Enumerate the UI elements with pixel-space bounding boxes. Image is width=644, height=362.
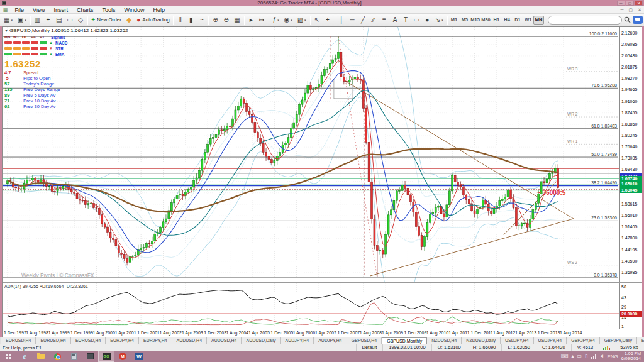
chart-tab-audusd-daily[interactable]: AUDUSD,Daily <box>242 337 280 344</box>
show-hidden-icons[interactable]: ▴ <box>572 351 574 362</box>
rectangle-button[interactable]: ▭ <box>412 15 421 25</box>
menu-item-window[interactable]: Window <box>119 6 148 14</box>
auto-scroll-button[interactable]: ▸ <box>247 15 256 25</box>
clock[interactable]: 1:06 PM 6/09/2014 <box>621 351 641 361</box>
chart-tab-gbpjpy-daily[interactable]: GBPJPY,Daily <box>600 337 637 344</box>
taskbar-chrome[interactable] <box>49 351 65 362</box>
menu-item-charts[interactable]: Charts <box>72 6 98 14</box>
search-icon[interactable] <box>624 14 631 26</box>
taskbar-go-trader[interactable]: GO <box>98 351 114 362</box>
taskbar-metatrader[interactable]: M <box>114 351 131 362</box>
chart-surface[interactable]: ▼GBPUSD,Monthly 1.65910 1.66412 1.62823 … <box>3 27 619 282</box>
language-indicator[interactable]: ENG <box>608 354 618 359</box>
ohlc-info-line[interactable]: ▼GBPUSD,Monthly 1.65910 1.66412 1.62823 … <box>4 28 128 33</box>
chart-tab-eurusd-h4[interactable]: EURUSD,H4 <box>71 337 106 344</box>
timeframe-m1[interactable]: M1 <box>449 16 460 25</box>
indicators-button[interactable]: ƒ▾ <box>271 15 281 25</box>
data-window-button[interactable]: + <box>43 15 53 25</box>
fibonacci-retracement-button[interactable]: ≡ <box>380 15 389 25</box>
strategy-tester-button[interactable]: ◇ <box>76 15 86 25</box>
bar-chart-button[interactable]: ‖ <box>175 15 185 25</box>
menu-item-insert[interactable]: Insert <box>49 6 72 14</box>
child-restore-button[interactable]: ▢ <box>626 8 636 13</box>
child-minimize-button[interactable]: ─ <box>618 8 626 12</box>
zoom-in-button[interactable]: ⊕ <box>211 15 220 25</box>
network-icon[interactable] <box>591 354 596 359</box>
timeframe-m5[interactable]: M5 <box>459 16 470 25</box>
search-input[interactable] <box>548 16 622 25</box>
taskbar-terminal[interactable] <box>82 351 98 362</box>
autotrading-button[interactable]: ●AutoTrading <box>135 15 172 25</box>
taskbar-file-explorer[interactable] <box>33 351 49 362</box>
crosshair-button[interactable]: + <box>323 15 333 25</box>
ellipse-button[interactable]: ● <box>423 15 432 25</box>
chart-tab-gbpusd-h4[interactable]: GBPUSD,H4 <box>347 337 382 344</box>
metaeditor-button[interactable]: ◆ <box>125 15 134 25</box>
new-chart-button[interactable]: ▦▾ <box>2 15 14 25</box>
market-watch-button[interactable]: ▥ <box>33 15 42 25</box>
chart-tab-eurusd-h4[interactable]: EURUSD,H4 <box>1 337 36 344</box>
price-axis[interactable]: 2.126902.090852.054802.018751.982701.946… <box>619 27 642 282</box>
volume-icon[interactable]: ◄ <box>599 351 604 362</box>
text-button[interactable]: A <box>391 15 400 25</box>
taskbar-word[interactable]: W <box>131 351 147 362</box>
vertical-line-button[interactable]: │ <box>337 15 347 25</box>
new-order-button[interactable]: +New Order <box>90 15 123 25</box>
chart-shift-button[interactable]: ↦ <box>257 15 267 25</box>
arrows-button[interactable]: ↘▾ <box>433 15 445 25</box>
child-close-button[interactable]: ✕ <box>635 8 644 13</box>
menu-item-help[interactable]: Help <box>149 6 170 14</box>
chart-tab-gbpusd-monthly[interactable]: GBPUSD,Monthly <box>382 337 427 344</box>
chart-tab-audjpy-h4[interactable]: AUDJPY,H4 <box>314 337 347 344</box>
chart-tab-audusd-h4[interactable]: AUDUSD,H4 <box>172 337 207 344</box>
maximize-button[interactable]: ▢ <box>626 1 634 6</box>
timeframe-d1[interactable]: D1 <box>513 16 523 25</box>
chart-tab-audjpy-h4[interactable]: AUDJPY,H4 <box>281 337 314 344</box>
templates-button[interactable]: ▧▾ <box>296 15 308 25</box>
menu-item-tools[interactable]: Tools <box>97 6 119 14</box>
zoom-out-button[interactable]: ⊖ <box>221 15 231 25</box>
timeframe-h1[interactable]: H1 <box>491 16 502 25</box>
timeframe-m15[interactable]: M15 <box>470 16 480 25</box>
chart-tab-eurusd-h4[interactable]: EURUSD,H4 <box>36 337 70 344</box>
adx-indicator-pane[interactable]: ADX(14) 39.4255 +DI:19.6564 -DI:22.8361 <box>3 283 619 329</box>
timeframe-h4[interactable]: H4 <box>502 16 513 25</box>
chart-window[interactable]: ▼GBPUSD,Monthly 1.65910 1.66412 1.62823 … <box>2 26 642 337</box>
chart-tab-nzdusd-daily[interactable]: NZDUSD,Daily <box>462 337 501 344</box>
navigator-button[interactable]: ▤ <box>54 15 64 25</box>
profiles-button[interactable]: ▣▾ <box>16 15 28 25</box>
taskbar-internet-explorer[interactable]: e <box>16 351 33 362</box>
community-button[interactable] <box>633 16 643 24</box>
chart-tab-usdjpy-h4[interactable]: USDJPY,H4 <box>534 337 567 344</box>
timeframe-mn[interactable]: MN <box>533 16 544 25</box>
menu-item-view[interactable]: View <box>28 6 49 14</box>
chart-tab-eurjpy-h4[interactable]: EURJPY,H4 <box>106 337 139 344</box>
periods-button[interactable]: ◉▾ <box>282 15 294 25</box>
tile-windows-button[interactable]: ▦ <box>232 15 242 25</box>
chart-tab-gbpjpy-h4[interactable]: GBPJPY,H4 <box>567 337 600 344</box>
candlestick-chart-button[interactable]: ▮ <box>186 15 196 25</box>
horizontal-line-button[interactable]: ─ <box>348 15 357 25</box>
terminal-button[interactable]: ▭ <box>65 15 74 25</box>
timeframe-w1[interactable]: W1 <box>523 16 533 25</box>
power-icon[interactable]: ▯ <box>585 351 587 362</box>
chart-tab-euraud-h4[interactable]: EURAUD,H4 <box>637 337 644 344</box>
monitor-icon[interactable]: ▭ <box>577 351 582 362</box>
collapse-ohlc-icon[interactable]: ▼ <box>4 29 8 33</box>
trend-line-button[interactable]: ╱ <box>358 15 368 25</box>
close-button[interactable]: ✕ <box>635 1 643 6</box>
text-label-button[interactable]: T <box>401 15 411 25</box>
minimize-button[interactable]: ─ <box>617 1 625 6</box>
chart-tab-usdjpy-h4[interactable]: USDJPY,H4 <box>501 337 534 344</box>
touch-keyboard-icon[interactable]: ⌨ <box>561 351 569 362</box>
chart-tab-audusd-h4[interactable]: AUDUSD,H4 <box>207 337 242 344</box>
status-profile[interactable]: Default <box>356 344 383 351</box>
chart-tab-eurjpy-h4[interactable]: EURJPY,H4 <box>139 337 172 344</box>
taskbar-start[interactable] <box>0 351 16 362</box>
line-chart-button[interactable]: ~ <box>197 15 206 25</box>
menu-item-file[interactable]: File <box>11 6 29 14</box>
timeframe-m30[interactable]: M30 <box>480 16 491 25</box>
taskbar-calculator[interactable] <box>65 351 82 362</box>
time-axis[interactable]: 1 Dec 19971 Aug 19981 Apr 19991 Dec 1999… <box>3 329 642 337</box>
cursor-button[interactable]: ↖ <box>313 15 322 25</box>
